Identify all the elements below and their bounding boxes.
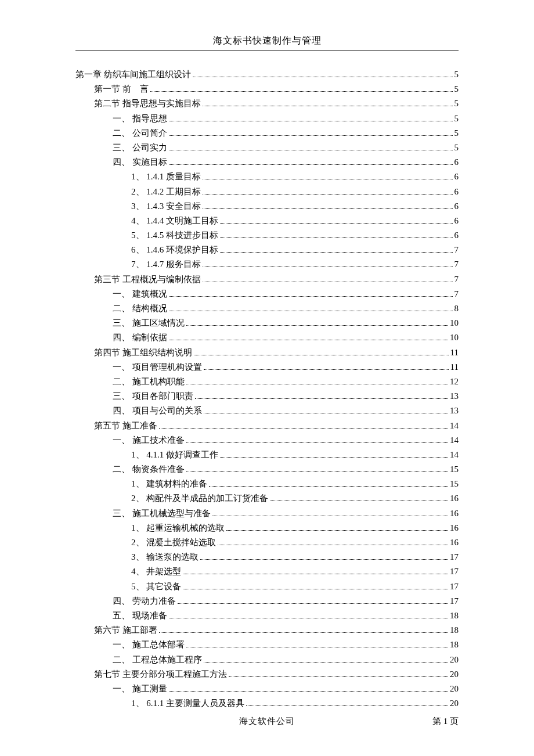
toc-entry[interactable]: 三、 施工区域情况10: [75, 316, 459, 330]
toc-entry[interactable]: 第五节 施工准备14: [75, 419, 459, 433]
toc-entry-label: 二、 施工机构职能: [113, 375, 185, 389]
toc-entry[interactable]: 四、 项目与公司的关系13: [75, 404, 459, 418]
toc-entry-label: 1、 6.1.1 主要测量人员及器具: [131, 696, 244, 711]
toc-leader: [183, 568, 448, 575]
toc-entry[interactable]: 第四节 施工组织结构说明11: [75, 345, 459, 360]
toc-entry-label: 3、 1.4.3 安全目标: [131, 199, 201, 214]
toc-entry-page: 20: [450, 667, 459, 682]
toc-entry[interactable]: 7、 1.4.7 服务目标7: [75, 257, 459, 272]
toc-entry[interactable]: 五、 现场准备18: [75, 609, 459, 623]
toc-entry[interactable]: 四、 实施目标6: [75, 155, 459, 170]
toc-entry-page: 10: [450, 316, 459, 330]
page-footer: 海文软件公司 第 1 页: [75, 716, 459, 727]
toc-entry[interactable]: 3、 输送泵的选取17: [75, 550, 459, 564]
toc-entry-label: 第二节 指导思想与实施目标: [94, 96, 201, 111]
toc-entry[interactable]: 5、 1.4.5 科技进步目标6: [75, 228, 459, 243]
toc-entry[interactable]: 1、 建筑材料的准备15: [75, 477, 459, 491]
toc-entry[interactable]: 三、 施工机械选型与准备16: [75, 506, 459, 521]
toc-entry[interactable]: 一、 建筑概况7: [75, 287, 459, 301]
toc-entry-label: 二、 公司简介: [113, 126, 167, 141]
toc-leader: [186, 466, 448, 473]
toc-entry-label: 一、 施工总体部署: [113, 638, 185, 652]
toc-entry-page: 6: [454, 228, 459, 243]
toc-entry-label: 2、 1.4.2 工期目标: [131, 185, 201, 199]
toc-entry[interactable]: 2、 构配件及半成品的加工订货准备16: [75, 491, 459, 506]
toc-entry[interactable]: 一、 项目管理机构设置11: [75, 360, 459, 375]
toc-entry[interactable]: 二、 物资条件准备15: [75, 462, 459, 477]
toc-entry-page: 18: [450, 638, 459, 652]
toc-entry-page: 20: [450, 653, 459, 667]
toc-leader: [169, 305, 453, 312]
toc-leader: [169, 290, 453, 297]
toc-entry-label: 第一节 前 言: [94, 82, 149, 96]
toc-entry[interactable]: 5、 其它设备17: [75, 579, 459, 594]
toc-entry[interactable]: 6、 1.4.6 环境保护目标7: [75, 243, 459, 257]
toc-entry[interactable]: 一、 施工测量20: [75, 682, 459, 696]
toc-leader: [203, 174, 453, 180]
toc-entry[interactable]: 2、 混凝土搅拌站选取16: [75, 535, 459, 550]
toc-entry[interactable]: 4、 1.4.4 文明施工目标6: [75, 214, 459, 228]
toc-entry[interactable]: 第七节 主要分部分项工程施工方法20: [75, 667, 459, 682]
toc-entry-label: 第三节 工程概况与编制依据: [94, 272, 201, 287]
toc-entry[interactable]: 第六节 施工部署18: [75, 623, 459, 638]
toc-leader: [204, 656, 448, 663]
toc-entry[interactable]: 四、 劳动力准备17: [75, 594, 459, 609]
toc-entry[interactable]: 三、 公司实力5: [75, 141, 459, 155]
toc-entry[interactable]: 四、 编制依据10: [75, 330, 459, 345]
toc-entry-label: 5、 1.4.5 科技进步目标: [131, 228, 218, 243]
toc-leader: [186, 642, 448, 648]
toc-entry-label: 五、 现场准备: [113, 609, 167, 623]
toc-entry[interactable]: 3、 1.4.3 安全目标6: [75, 199, 459, 214]
toc-entry-page: 6: [454, 170, 459, 184]
toc-leader: [220, 232, 453, 239]
toc-entry-page: 14: [450, 433, 459, 448]
toc-entry[interactable]: 第二节 指导思想与实施目标5: [75, 96, 459, 111]
footer-page-number: 第 1 页: [432, 716, 459, 727]
toc-entry[interactable]: 1、 起重运输机械的选取16: [75, 521, 459, 535]
toc-entry[interactable]: 2、 1.4.2 工期目标6: [75, 185, 459, 199]
toc-leader: [186, 320, 448, 326]
toc-entry[interactable]: 一、 指导思想5: [75, 111, 459, 126]
toc-entry-label: 2、 构配件及半成品的加工订货准备: [131, 491, 268, 506]
toc-entry[interactable]: 1、 6.1.1 主要测量人员及器具20: [75, 696, 459, 711]
toc-entry-label: 四、 项目与公司的关系: [113, 404, 202, 418]
toc-entry[interactable]: 1、 1.4.1 质量目标6: [75, 170, 459, 184]
toc-entry[interactable]: 二、 公司简介5: [75, 126, 459, 141]
toc-entry-label: 1、 1.4.1 质量目标: [131, 170, 201, 184]
toc-entry-page: 5: [454, 96, 459, 111]
toc-entry-page: 7: [454, 272, 459, 287]
toc-leader: [159, 627, 448, 633]
toc-entry[interactable]: 第一章 纺织车间施工组织设计5: [75, 67, 459, 82]
toc-entry[interactable]: 4、 井架选型17: [75, 564, 459, 579]
header-title: 海文标书快速制作与管理: [213, 35, 322, 45]
toc-leader: [159, 422, 448, 429]
toc-entry-page: 7: [454, 243, 459, 257]
toc-leader: [169, 115, 453, 121]
toc-entry[interactable]: 二、 施工机构职能12: [75, 375, 459, 389]
toc-entry-label: 四、 劳动力准备: [113, 594, 176, 609]
toc-leader: [218, 539, 448, 546]
toc-entry[interactable]: 第一节 前 言5: [75, 82, 459, 96]
toc-entry[interactable]: 三、 项目各部门职责13: [75, 389, 459, 404]
toc-entry[interactable]: 二、 结构概况8: [75, 301, 459, 316]
toc-entry-page: 7: [454, 257, 459, 272]
toc-entry-page: 17: [450, 594, 459, 609]
toc-entry-label: 1、 建筑材料的准备: [131, 477, 207, 491]
toc-leader: [186, 437, 448, 443]
toc-entry-page: 17: [450, 550, 459, 564]
toc-leader: [169, 685, 448, 692]
toc-leader: [204, 363, 449, 370]
toc-entry[interactable]: 二、 工程总体施工程序20: [75, 653, 459, 667]
toc-entry-page: 16: [450, 506, 459, 521]
toc-entry-page: 6: [454, 185, 459, 199]
toc-entry[interactable]: 一、 施工总体部署18: [75, 638, 459, 652]
toc-entry[interactable]: 一、 施工技术准备14: [75, 433, 459, 448]
toc-leader: [150, 86, 453, 92]
toc-leader: [195, 393, 448, 399]
toc-entry[interactable]: 1、 4.1.1 做好调查工作14: [75, 448, 459, 462]
toc-entry-label: 第一章 纺织车间施工组织设计: [75, 67, 191, 82]
toc-entry[interactable]: 第三节 工程概况与编制依据7: [75, 272, 459, 287]
toc-entry-label: 5、 其它设备: [131, 579, 181, 594]
toc-leader: [183, 583, 448, 589]
toc-entry-label: 4、 井架选型: [131, 564, 181, 579]
